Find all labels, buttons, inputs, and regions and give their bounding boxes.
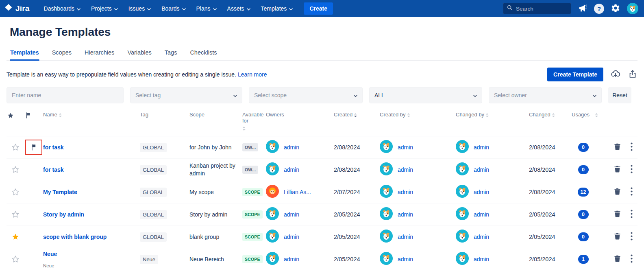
flag-toggle[interactable] — [24, 140, 43, 155]
column-header-name[interactable]: Name — [43, 112, 140, 118]
user-link[interactable]: admin — [284, 211, 299, 218]
create-template-button[interactable]: Create Template — [547, 68, 603, 81]
column-header-available_for[interactable]: Available for — [242, 112, 266, 131]
sort-icon[interactable] — [485, 113, 489, 118]
learn-more-link[interactable]: Learn more — [238, 71, 267, 78]
delete-button[interactable] — [613, 254, 622, 264]
user-link[interactable]: admin — [474, 234, 489, 240]
available-for-chip: SCOPE — [242, 188, 263, 196]
user-link[interactable]: admin — [398, 144, 413, 151]
user-avatar[interactable] — [627, 3, 638, 14]
tab-tags[interactable]: Tags — [164, 47, 178, 60]
template-name-link[interactable]: Neue — [43, 251, 57, 257]
delete-button[interactable] — [613, 165, 622, 175]
star-toggle[interactable] — [7, 255, 24, 264]
nav-item-issues[interactable]: Issues — [123, 0, 156, 17]
user-link[interactable]: admin — [284, 234, 299, 240]
template-name-link[interactable]: scope with blank group — [43, 234, 107, 240]
user-link[interactable]: admin — [284, 144, 299, 151]
tab-templates[interactable]: Templates — [10, 47, 39, 60]
star-toggle[interactable] — [7, 210, 24, 219]
user-link[interactable]: admin — [398, 189, 413, 195]
sort-icon[interactable] — [552, 113, 555, 118]
user-link[interactable]: admin — [474, 189, 489, 195]
nav-item-projects[interactable]: Projects — [86, 0, 123, 17]
tab-hierarchies[interactable]: Hierarchies — [84, 47, 115, 60]
star-icon[interactable] — [7, 112, 15, 121]
template-name-link[interactable]: for task — [43, 144, 64, 151]
sort-icon[interactable] — [595, 113, 598, 118]
more-actions-button[interactable] — [631, 232, 633, 242]
filter-tag-select[interactable]: Select tag — [130, 87, 242, 103]
more-actions-button[interactable] — [631, 254, 633, 264]
star-toggle[interactable] — [7, 232, 24, 241]
user-link[interactable]: admin — [398, 211, 413, 218]
changed-by-cell: admin — [456, 207, 529, 222]
template-name-link[interactable]: My Template — [43, 189, 77, 195]
search-input[interactable] — [516, 6, 565, 12]
gear-icon — [611, 3, 620, 14]
export-button[interactable] — [628, 69, 637, 80]
tab-variables[interactable]: Variables — [127, 47, 152, 60]
star-toggle[interactable] — [7, 188, 24, 197]
import-button[interactable] — [610, 69, 621, 81]
usages-badge: 12 — [578, 188, 589, 197]
create-button[interactable]: Create — [304, 2, 333, 15]
row-actions — [607, 210, 637, 219]
nav-item-dashboards[interactable]: Dashboards — [39, 0, 86, 17]
sort-icon[interactable] — [242, 126, 246, 131]
tab-checklists[interactable]: Checklists — [189, 47, 217, 60]
column-header-changed_by[interactable]: Changed by — [456, 112, 529, 118]
changed-by-cell: admin — [456, 140, 529, 155]
sort-icon[interactable] — [59, 113, 62, 118]
user-link[interactable]: admin — [284, 256, 299, 262]
column-header-changed[interactable]: Changed — [529, 112, 572, 118]
help-button[interactable]: ? — [594, 4, 604, 14]
user-link[interactable]: Lillian As... — [284, 189, 311, 195]
more-actions-button[interactable] — [631, 165, 633, 175]
nav-item-assets[interactable]: Assets — [222, 0, 256, 17]
filter-available-select[interactable]: ALL — [369, 87, 482, 103]
announcements-button[interactable] — [578, 3, 587, 14]
delete-button[interactable] — [613, 187, 622, 197]
reset-button[interactable]: Reset — [608, 87, 631, 103]
more-actions-button[interactable] — [631, 187, 633, 197]
more-actions-button[interactable] — [631, 142, 633, 152]
delete-button[interactable] — [613, 232, 622, 242]
column-header-flag[interactable] — [24, 112, 43, 120]
user-link[interactable]: admin — [474, 211, 489, 218]
star-toggle[interactable] — [7, 143, 24, 152]
column-header-star[interactable] — [7, 112, 24, 121]
user-link[interactable]: admin — [398, 166, 413, 173]
nav-item-plans[interactable]: Plans — [191, 0, 222, 17]
template-name-link[interactable]: Story by admin — [43, 211, 84, 218]
more-actions-button[interactable] — [631, 210, 633, 219]
user-link[interactable]: admin — [398, 234, 413, 240]
delete-button[interactable] — [613, 210, 622, 219]
nav-item-templates[interactable]: Templates — [256, 0, 298, 17]
jira-logo[interactable]: Jira — [4, 3, 30, 14]
template-name-link[interactable]: for task — [43, 166, 64, 173]
star-toggle[interactable] — [7, 165, 24, 174]
filter-owner-select[interactable]: Select owner — [489, 87, 602, 103]
nav-item-boards[interactable]: Boards — [156, 0, 191, 17]
owner-cell: Lillian As... — [266, 185, 334, 199]
user-link[interactable]: admin — [474, 166, 489, 173]
settings-button[interactable] — [611, 3, 620, 14]
filter-scope-select[interactable]: Select scope — [249, 87, 363, 103]
user-link[interactable]: admin — [398, 256, 413, 262]
filter-name-input[interactable] — [12, 92, 118, 98]
global-search[interactable] — [503, 3, 571, 14]
row-actions — [607, 187, 637, 197]
user-link[interactable]: admin — [284, 166, 299, 173]
column-header-created_by[interactable]: Created by — [380, 112, 456, 118]
sort-icon[interactable] — [354, 113, 357, 118]
user-link[interactable]: admin — [474, 144, 489, 151]
column-header-sort_extra[interactable] — [595, 112, 607, 118]
column-header-created[interactable]: Created — [334, 112, 380, 118]
user-link[interactable]: admin — [474, 256, 489, 262]
tab-scopes[interactable]: Scopes — [52, 47, 72, 60]
sort-icon[interactable] — [407, 113, 410, 118]
delete-button[interactable] — [613, 142, 622, 152]
flag-icon[interactable] — [24, 112, 32, 120]
